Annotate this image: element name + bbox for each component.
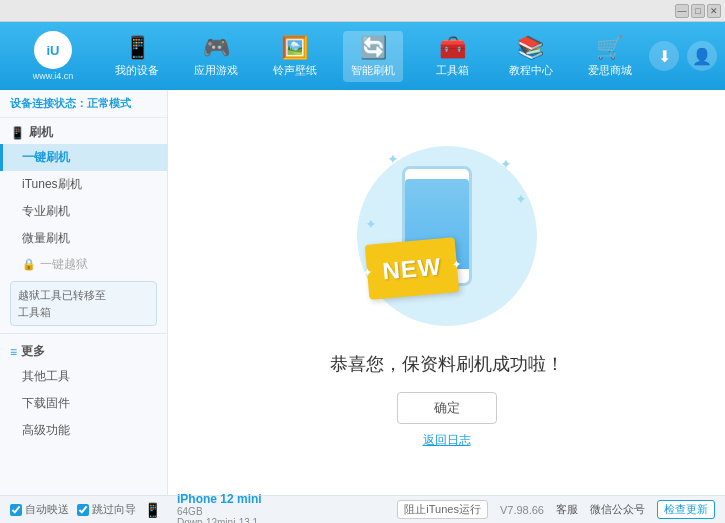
nav-icon-apps: 🎮 [203, 35, 230, 61]
bottom-bar: 自动映送 跳过向导 📱 iPhone 12 mini 64GB Down-12m… [0, 495, 725, 523]
device-model: Down-12mini-13,1 [177, 517, 262, 524]
status-value: 正常模式 [87, 97, 131, 109]
download-btn[interactable]: ⬇ [649, 41, 679, 71]
version-text: V7.98.66 [500, 504, 544, 516]
itunes-btn[interactable]: 阻止iTunes运行 [397, 500, 488, 519]
device-name: iPhone 12 mini [177, 492, 262, 506]
logo-circle: iU [34, 31, 72, 69]
auto-connect-label: 自动映送 [25, 502, 69, 517]
success-illustration: ✦ ✦ ✦ ✦ ✦ NEW ✦ [347, 136, 547, 336]
nav-right: ⬇ 👤 [649, 41, 717, 71]
new-ribbon: ✦ NEW ✦ [364, 237, 458, 300]
confirm-button[interactable]: 确定 [397, 392, 497, 424]
check-update-btn[interactable]: 检查更新 [657, 500, 715, 519]
nav-item-my-device[interactable]: 📱 我的设备 [107, 31, 167, 82]
sidebar-item-download-firmware[interactable]: 下载固件 [0, 390, 167, 417]
nav-label-shop: 爱思商城 [588, 63, 632, 78]
close-btn[interactable]: ✕ [707, 4, 721, 18]
lock-icon: 🔒 [22, 258, 36, 271]
nav-item-apps[interactable]: 🎮 应用游戏 [186, 31, 246, 82]
nav-label-toolbox: 工具箱 [436, 63, 469, 78]
sidebar-item-other-tools[interactable]: 其他工具 [0, 363, 167, 390]
sparkle-4: ✦ [515, 191, 527, 207]
flash-section-icon: 📱 [10, 126, 25, 140]
status-label: 设备连接状态： [10, 97, 87, 109]
auto-connect-input[interactable] [10, 504, 22, 516]
skip-wizard-input[interactable] [77, 504, 89, 516]
logo-subtitle: www.i4.cn [33, 71, 74, 81]
sidebar-item-itunes-flash[interactable]: iTunes刷机 [0, 171, 167, 198]
nav-icon-wallpaper: 🖼️ [281, 35, 308, 61]
more-section-icon: ≡ [10, 345, 17, 359]
device-storage: 64GB [177, 506, 262, 517]
content-area: ✦ ✦ ✦ ✦ ✦ NEW ✦ 恭喜您，保资料刷机成功啦！ 确定 返回日志 [168, 90, 725, 495]
sparkle-1: ✦ [387, 151, 399, 167]
more-section-header: ≡ 更多 [0, 337, 167, 363]
device-info: iPhone 12 mini 64GB Down-12mini-13,1 [177, 492, 262, 524]
nav-label-wallpaper: 铃声壁纸 [273, 63, 317, 78]
nav-label-smart-flash: 智能刷机 [351, 63, 395, 78]
nav-item-smart-flash[interactable]: 🔄 智能刷机 [343, 31, 403, 82]
sidebar-note: 越狱工具已转移至工具箱 [10, 281, 157, 326]
sidebar-locked-jailbreak: 🔒 一键越狱 [0, 252, 167, 277]
minimize-btn[interactable]: — [675, 4, 689, 18]
device-phone-icon: 📱 [144, 502, 161, 518]
success-text: 恭喜您，保资料刷机成功啦！ [330, 352, 564, 376]
flash-section-label: 刷机 [29, 124, 53, 141]
nav-item-wallpaper[interactable]: 🖼️ 铃声壁纸 [265, 31, 325, 82]
nav-icon-toolbox: 🧰 [439, 35, 466, 61]
more-section-label: 更多 [21, 343, 45, 360]
nav-item-toolbox[interactable]: 🧰 工具箱 [422, 31, 482, 82]
nav-icon-my-device: 📱 [124, 35, 151, 61]
nav-item-shop[interactable]: 🛒 爱思商城 [580, 31, 640, 82]
nav-icon-smart-flash: 🔄 [360, 35, 387, 61]
sidebar-item-pro-flash[interactable]: 专业刷机 [0, 198, 167, 225]
nav-items: 📱 我的设备 🎮 应用游戏 🖼️ 铃声壁纸 🔄 智能刷机 🧰 工具箱 📚 教程中… [98, 31, 649, 82]
nav-label-tutorial: 教程中心 [509, 63, 553, 78]
sidebar-divider [0, 333, 167, 334]
connection-status: 设备连接状态：正常模式 [0, 90, 167, 118]
sidebar-item-advanced[interactable]: 高级功能 [0, 417, 167, 444]
nav-label-my-device: 我的设备 [115, 63, 159, 78]
bottom-right: 阻止iTunes运行 V7.98.66 客服 微信公众号 检查更新 [397, 500, 715, 519]
sidebar: 设备连接状态：正常模式 📱 刷机 一键刷机 iTunes刷机 专业刷机 微量刷机… [0, 90, 168, 495]
sparkle-2: ✦ [500, 156, 512, 172]
skip-wizard-label: 跳过向导 [92, 502, 136, 517]
logo-icon: iU [47, 43, 60, 58]
nav-item-tutorial[interactable]: 📚 教程中心 [501, 31, 561, 82]
wechat-link[interactable]: 微信公众号 [590, 502, 645, 517]
locked-label: 一键越狱 [40, 256, 88, 273]
sidebar-item-micro-flash[interactable]: 微量刷机 [0, 225, 167, 252]
user-btn[interactable]: 👤 [687, 41, 717, 71]
nav-icon-tutorial: 📚 [517, 35, 544, 61]
customer-service-link[interactable]: 客服 [556, 502, 578, 517]
sparkle-3: ✦ [365, 216, 377, 232]
sidebar-note-text: 越狱工具已转移至工具箱 [18, 289, 106, 318]
skip-wizard-checkbox[interactable]: 跳过向导 [77, 502, 136, 517]
maximize-btn[interactable]: □ [691, 4, 705, 18]
main-area: 设备连接状态：正常模式 📱 刷机 一键刷机 iTunes刷机 专业刷机 微量刷机… [0, 90, 725, 495]
nav-icon-shop: 🛒 [596, 35, 623, 61]
bottom-left: 自动映送 跳过向导 📱 iPhone 12 mini 64GB Down-12m… [10, 492, 397, 524]
title-bar: — □ ✕ [0, 0, 725, 22]
logo-area: iU www.i4.cn [8, 31, 98, 81]
nav-label-apps: 应用游戏 [194, 63, 238, 78]
flash-section-header: 📱 刷机 [0, 118, 167, 144]
ribbon-text: NEW [381, 252, 442, 285]
ribbon-star-right: ✦ [451, 257, 462, 272]
back-link[interactable]: 返回日志 [423, 432, 471, 449]
sidebar-item-one-click-flash[interactable]: 一键刷机 [0, 144, 167, 171]
top-nav: iU www.i4.cn 📱 我的设备 🎮 应用游戏 🖼️ 铃声壁纸 🔄 智能刷… [0, 22, 725, 90]
auto-connect-checkbox[interactable]: 自动映送 [10, 502, 69, 517]
ribbon-star-left: ✦ [361, 265, 372, 280]
